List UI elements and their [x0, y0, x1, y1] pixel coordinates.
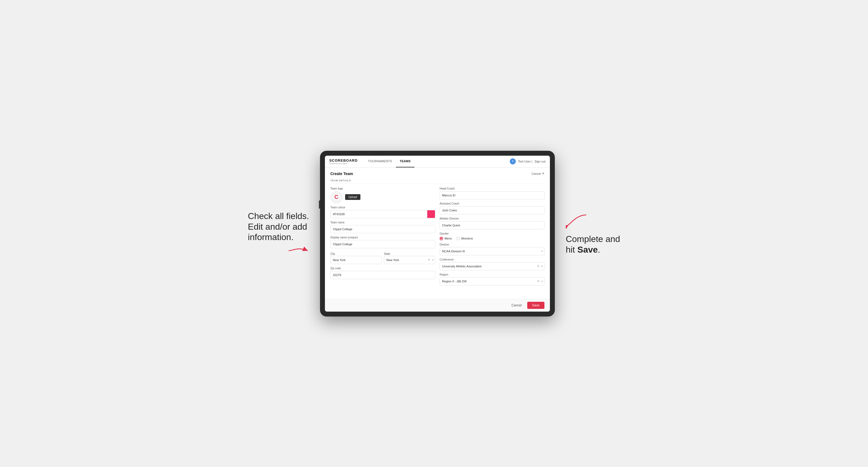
gender-label: Gender: [440, 232, 545, 235]
state-select[interactable]: New York: [384, 256, 435, 264]
page-header: Create Team Cancel ✕: [330, 172, 545, 176]
zip-field: Zip code: [330, 267, 435, 279]
division-chevron-icon: ▾: [541, 250, 543, 253]
city-label: City: [330, 252, 335, 255]
nav-right: T Test User | Sign out: [510, 158, 546, 164]
region-label: Region: [440, 273, 545, 276]
conference-chevron-icon: ▾: [541, 265, 543, 268]
division-label: Division: [440, 243, 545, 246]
team-colour-label: Team colour: [330, 206, 435, 209]
upload-button[interactable]: Upload: [345, 194, 361, 200]
right-arrow-icon: [566, 212, 588, 231]
zip-label: Zip code: [330, 267, 435, 270]
team-logo-label: Team logo: [330, 187, 435, 190]
city-input[interactable]: [330, 256, 382, 264]
colour-text-input[interactable]: [330, 210, 427, 218]
conference-label: Conference: [440, 258, 545, 261]
region-clear-icon[interactable]: ✕: [537, 279, 539, 283]
head-coach-field: Head Coach: [440, 187, 545, 199]
display-name-input[interactable]: [330, 240, 435, 248]
form-grid: Team logo C Upload Team colour: [330, 187, 545, 285]
right-annotation-text: Complete and hit Save.: [566, 234, 620, 255]
gender-mens-radio[interactable]: [440, 237, 443, 240]
cancel-footer-button[interactable]: Cancel: [508, 302, 525, 309]
left-arrow-icon: [287, 245, 309, 256]
colour-swatch[interactable]: [427, 210, 435, 218]
logo-area: SCOREBOARD Powered by clippd: [329, 158, 358, 164]
tablet-screen: SCOREBOARD Powered by clippd TOURNAMENTS…: [325, 156, 550, 312]
section-label: TEAM DETAILS: [330, 179, 545, 184]
athletic-director-input[interactable]: [440, 221, 545, 229]
right-annotation: Complete and hit Save.: [566, 212, 620, 255]
athletic-director-label: Athletic Director: [440, 217, 545, 220]
region-chevron-icon: ▾: [541, 280, 543, 283]
close-icon: ✕: [542, 172, 545, 175]
user-avatar: T: [510, 158, 516, 164]
assistant-coach-label: Assistant Coach: [440, 202, 545, 205]
nav-teams[interactable]: TEAMS: [396, 156, 414, 168]
team-colour-field: Team colour: [330, 206, 435, 218]
state-select-wrapper: New York ✕ ▾: [384, 256, 435, 264]
gender-womens-option[interactable]: Womens: [456, 237, 473, 240]
form-footer: Cancel Save: [325, 299, 550, 312]
gender-radio-group: Mens Womens: [440, 237, 545, 240]
user-text: Test User |: [518, 160, 532, 163]
state-group: State New York ✕ ▾: [384, 251, 435, 264]
region-select-wrapper: Region II - (M) DIII ✕ ▾: [440, 277, 545, 285]
cancel-top-button[interactable]: Cancel ✕: [532, 172, 545, 175]
tablet-frame: SCOREBOARD Powered by clippd TOURNAMENTS…: [320, 151, 555, 316]
conference-select-wrapper: University Athletic Association ✕ ▾: [440, 262, 545, 270]
zip-input[interactable]: [330, 271, 435, 279]
gender-mens-label: Mens: [444, 237, 452, 240]
form-left: Team logo C Upload Team colour: [330, 187, 435, 279]
gender-womens-radio[interactable]: [456, 237, 460, 240]
city-state-field: City State New York ✕: [330, 251, 435, 264]
state-label: State: [384, 252, 390, 255]
team-logo-field: Team logo C Upload: [330, 187, 435, 203]
gender-field: Gender Mens Womens: [440, 232, 545, 240]
athletic-director-field: Athletic Director: [440, 217, 545, 229]
page-title: Create Team: [330, 172, 353, 176]
save-button[interactable]: Save: [527, 302, 545, 309]
left-annotation: Check all fields. Edit and/or add inform…: [248, 211, 309, 256]
head-coach-label: Head Coach: [440, 187, 545, 190]
nav-links: TOURNAMENTS TEAMS: [364, 156, 510, 168]
city-state-row: City State New York ✕: [330, 251, 435, 264]
logo-upload-area: C Upload: [330, 191, 435, 203]
colour-input-row: [330, 210, 435, 218]
region-field: Region Region II - (M) DIII ✕ ▾: [440, 273, 545, 285]
division-select[interactable]: NCAA Division III: [440, 247, 545, 255]
logo-subtitle: Powered by clippd: [329, 162, 358, 164]
tablet-side-button: [319, 200, 320, 209]
division-select-wrapper: NCAA Division III ▾: [440, 247, 545, 255]
team-name-field: Team name: [330, 221, 435, 233]
conference-field: Conference University Athletic Associati…: [440, 258, 545, 270]
logo-circle: C: [330, 191, 342, 203]
display-name-label: Display name (unique): [330, 236, 435, 239]
conference-select[interactable]: University Athletic Association: [440, 262, 545, 270]
state-chevron-icon: ▾: [432, 259, 434, 261]
app-logo: SCOREBOARD: [329, 158, 358, 162]
nav-tournaments[interactable]: TOURNAMENTS: [364, 156, 396, 168]
radio-dot: [440, 238, 442, 239]
team-name-input[interactable]: [330, 225, 435, 233]
state-clear-icon[interactable]: ✕: [428, 258, 430, 261]
head-coach-input[interactable]: [440, 191, 545, 199]
navbar: SCOREBOARD Powered by clippd TOURNAMENTS…: [325, 156, 550, 168]
division-field: Division NCAA Division III ▾: [440, 243, 545, 255]
conference-clear-icon[interactable]: ✕: [537, 264, 539, 268]
gender-mens-option[interactable]: Mens: [440, 237, 452, 240]
form-right: Head Coach Assistant Coach Athletic Dire…: [440, 187, 545, 285]
city-group: City: [330, 251, 382, 264]
display-name-field: Display name (unique): [330, 236, 435, 248]
page-content: Create Team Cancel ✕ TEAM DETAILS Team l…: [325, 168, 550, 299]
assistant-coach-field: Assistant Coach: [440, 202, 545, 214]
team-name-label: Team name: [330, 221, 435, 224]
gender-womens-label: Womens: [461, 237, 473, 240]
left-annotation-text: Check all fields. Edit and/or add inform…: [248, 211, 309, 242]
sign-out-link[interactable]: Sign out: [535, 160, 546, 163]
assistant-coach-input[interactable]: [440, 206, 545, 214]
region-select[interactable]: Region II - (M) DIII: [440, 277, 545, 285]
